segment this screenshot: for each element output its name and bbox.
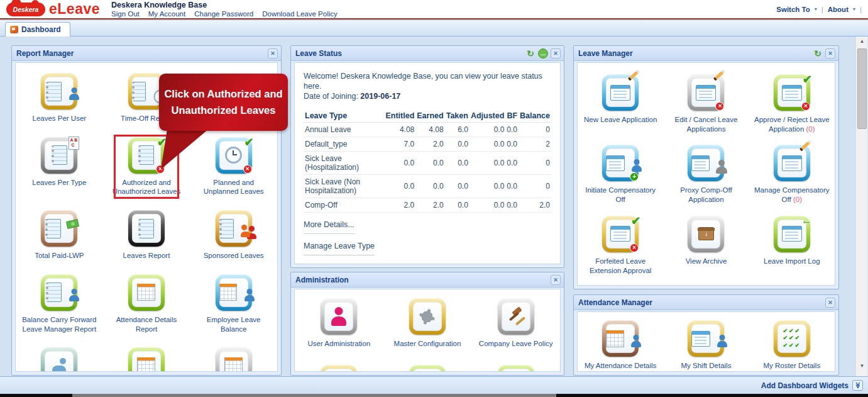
shortcut-partial[interactable] [194,347,274,372]
callout-tail [157,129,211,171]
shortcut-balance-carry-forward-leave-manager-report[interactable]: →Balance Carry Forward Leave Manager Rep… [19,274,99,333]
form-check-x-icon[interactable]: ✔✕ [774,74,810,111]
shortcut-leaves-per-type[interactable]: A B CLeaves Per Type [19,137,99,196]
notebook-letters-icon[interactable]: A B C [41,137,77,174]
close-icon[interactable]: ✕ [825,298,835,308]
deskera-logo[interactable]: Deskera eLeave [6,1,100,18]
close-icon[interactable]: ✕ [551,48,561,59]
shortcut-partial[interactable] [106,347,187,372]
pinkperson-icon[interactable] [321,298,357,335]
tab-dashboard[interactable]: Dashboard [5,22,70,36]
gavel-icon[interactable] [498,298,534,335]
leave-cell: 0.0 [470,198,505,212]
about-menu[interactable]: About [828,6,849,13]
close-icon[interactable]: ✕ [268,48,278,59]
calendar-glyph [137,284,155,301]
shortcut-employee-leave-balance[interactable]: Employee Leave Balance [194,274,274,333]
leave-cell: 0.0 [415,151,444,174]
checksgrid-icon[interactable]: ✔✔✔ ✔✔✔ ✔✔✔ [774,320,810,357]
leave-cell: 7.0 [384,137,415,151]
divider: | [821,6,823,13]
shortcut-my-shift-details[interactable]: My Shift Details [666,320,746,371]
form-icon[interactable] [321,365,357,372]
scroll-up-icon[interactable]: ▲ [856,36,868,47]
form-icon[interactable] [498,365,534,372]
clock-check-x-icon[interactable]: ✔✕ [216,137,252,174]
form-grayperson-icon[interactable] [688,145,724,181]
shortcut-my-roster-details[interactable]: ✔✔✔ ✔✔✔ ✔✔✔My Roster Details [752,320,832,371]
form-pencil-icon[interactable] [774,145,810,181]
shortcut-partial[interactable] [19,347,99,372]
archive-icon[interactable]: ↓ [688,216,724,252]
vertical-scrollbar[interactable]: ▲ ▼ [855,36,867,376]
refresh-icon[interactable]: ↻ [813,48,823,59]
form-icon[interactable] [409,365,446,372]
shortcut-approve-reject-leave-application[interactable]: ✔✕Approve / Reject Leave Application (0) [752,74,832,133]
shortcut-partial[interactable] [476,365,556,372]
scrollbar-thumb[interactable] [857,48,867,129]
shortcut-leaves-report[interactable]: Leaves Report [106,210,187,260]
shortcut-label: Leaves Per Type [32,178,86,187]
shortcut-label: My Attendance Details [585,361,656,371]
person-glyph [69,87,80,100]
shortcut-manage-compensatory-off[interactable]: Manage Compensatory Off (0) [752,145,832,204]
calendar-person-icon[interactable] [602,320,639,357]
shortcut-total-paid-lwp[interactable]: Total Paid-LWP [19,210,99,260]
shortcut-label: Master Configuration [394,339,461,349]
close-icon[interactable]: ✕ [551,275,561,285]
form-pencil-x-icon[interactable]: ✕ [688,74,724,111]
shortcut-forfeited-leave-extension-approval[interactable]: ✔✕Forfeited Leave Extension Approval [580,216,661,275]
form-arrowleft-icon[interactable]: ← [774,216,810,252]
shortcut-partial[interactable] [299,365,379,372]
leave-col-header: Leave Type [304,109,384,123]
shortcut-user-administration[interactable]: User Administration [299,298,379,349]
my-account-link[interactable]: My Account [148,10,185,18]
shortcut-master-configuration[interactable]: Master Configuration [387,298,468,349]
shortcut-leave-import-log[interactable]: ←Leave Import Log [752,216,832,275]
sign-out-link[interactable]: Sign Out [111,10,140,18]
pencil-glyph [799,140,811,152]
gear-icon[interactable] [409,298,446,335]
notebook-person-icon[interactable] [41,73,77,109]
calendar-icon[interactable] [128,347,165,372]
shortcut-view-archive[interactable]: ↓View Archive [666,216,746,275]
refresh-icon[interactable]: ↻ [525,48,536,59]
panel-title: Leave Status [295,49,523,58]
calendar-person-icon[interactable] [216,274,252,311]
notebook-money-icon[interactable] [41,210,77,247]
scroll-down-icon[interactable]: ▼ [856,361,868,371]
shortcut-new-leave-application[interactable]: New Leave Application [580,74,661,133]
calendar-icon[interactable] [128,274,165,311]
form-pencil-icon[interactable] [602,74,639,111]
add-dashboard-widgets-link[interactable]: Add Dashboard Widgets [761,381,849,390]
form-person-icon[interactable] [688,320,724,357]
leave-cell: 0 [519,151,551,174]
manage-leave-type-link[interactable]: Manage Leave Type [304,242,375,255]
notebook-people-icon[interactable] [216,210,252,247]
shortcut-partial[interactable] [387,365,468,372]
leave-cell: 0.0 [415,174,444,198]
persondesk-icon[interactable] [41,347,77,372]
shortcut-edit-cancel-leave-applications[interactable]: ✕Edit / Cancel Leave Applications [666,74,746,133]
more-details-link[interactable]: More Details... [304,220,354,234]
form-check-x-icon[interactable]: ✔✕ [602,216,639,252]
close-icon[interactable]: ✕ [825,48,835,59]
leave-col-header: Taken [445,109,470,123]
change-password-link[interactable]: Change Password [194,10,253,18]
download-leave-policy-link[interactable]: Download Leave Policy [262,10,338,18]
shortcut-initiate-compensatory-off[interactable]: +Initiate Compensatory Off [580,145,661,204]
notebook-person-arrowright-icon[interactable]: → [41,274,77,311]
shortcut-company-leave-policy[interactable]: Company Leave Policy [476,298,556,349]
notebook-glyph [46,82,62,101]
shortcut-attendance-details-report[interactable]: Attendance Details Report [106,274,187,333]
options-icon[interactable]: … [538,48,548,59]
shortcut-sponsored-leaves[interactable]: Sponsored Leaves [194,210,274,260]
shortcut-my-attendance-details[interactable]: My Attendance Details [580,320,661,371]
shortcut-proxy-comp-off-application[interactable]: Proxy Comp-Off Application [666,145,746,204]
calendar-icon[interactable] [216,347,252,372]
form-person-plus-icon[interactable]: + [602,145,639,181]
collapse-chevrons-icon[interactable]: ≪ [852,380,863,391]
notebook-icon[interactable] [128,210,165,247]
switch-to-menu[interactable]: Switch To [776,6,810,13]
shortcut-leaves-per-user[interactable]: Leaves Per User [19,73,99,123]
